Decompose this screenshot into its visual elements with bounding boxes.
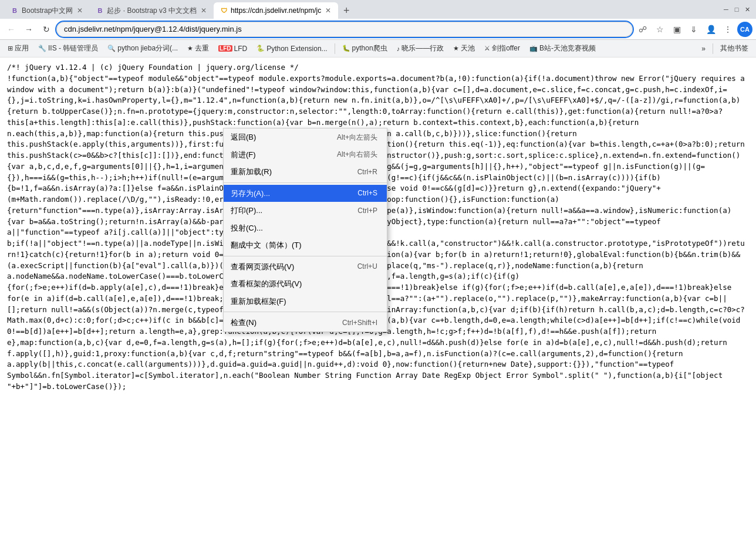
context-menu: 返回(B) Alt+向左箭头 前进(F) Alt+向右箭头 重新加载(R) Ct… — [223, 128, 387, 332]
title-bar: B Bootstrap中文网 ✕ B 起步 · Bootstrap v3 中文文… — [0, 0, 756, 19]
bookmark-music[interactable]: ♪ 晓乐——行政 — [393, 42, 448, 55]
bookmark-tianchi[interactable]: ★ 天池 — [449, 42, 479, 55]
avatar[interactable]: CA — [737, 22, 752, 37]
translate-icon[interactable]: ☍ — [635, 22, 650, 37]
tab-jquery-cdn[interactable]: 🛡 https://cdn.jsdelivr.net/npm/jc ✕ — [214, 2, 338, 19]
account-icon[interactable]: 👤 — [703, 22, 718, 37]
menu-item-view-source[interactable]: 查看网页源代码(V) Ctrl+U — [224, 258, 387, 276]
forward-button[interactable]: → — [21, 22, 36, 37]
bookmark-apps[interactable]: ⊞ 应用 — [4, 42, 33, 55]
lfd-icon: LFD — [218, 45, 232, 52]
window-controls: ─ □ ✕ — [722, 5, 751, 13]
menu-item-view-frame-source[interactable]: 查看框架的源代码(V) — [224, 275, 387, 293]
new-tab-button[interactable]: + — [338, 2, 355, 19]
menu-item-forward[interactable]: 前进(F) Alt+向右箭头 — [224, 146, 387, 164]
tab-list: B Bootstrap中文网 ✕ B 起步 · Bootstrap v3 中文文… — [5, 0, 722, 19]
menu-label-view-frame-source: 查看框架的源代码(V) — [231, 278, 366, 290]
bookmark-label-tianchi: 天池 — [461, 43, 475, 53]
menu-label-forward: 前进(F) — [231, 149, 325, 161]
more-bookmarks-button[interactable]: » — [697, 43, 710, 55]
bookmark-dedup[interactable]: ★ 去重 — [183, 42, 213, 55]
menu-dots-icon[interactable]: ⋮ — [720, 22, 735, 37]
tab-label-3: https://cdn.jsdelivr.net/npm/jc — [231, 6, 321, 15]
tab-label-1: Bootstrap中文网 — [22, 6, 73, 16]
menu-item-reload-frame[interactable]: 重新加载框架(F) — [224, 293, 387, 310]
menu-label-save-as: 另存为(A)... — [231, 188, 346, 200]
spider-icon: 🐛 — [342, 45, 350, 52]
iis-icon: 🔧 — [38, 45, 46, 52]
bookmark-bilibili[interactable]: 📺 B站-天池竞赛视频 — [525, 42, 600, 55]
menu-item-translate[interactable]: 翻成中文（简体）(T) — [224, 236, 387, 254]
bookmark-label-jieba: python jieba分词(... — [117, 43, 178, 53]
bookmark-iis[interactable]: 🔧 IIS - 韩链管理员 — [34, 42, 102, 55]
tab-close-2[interactable]: ✕ — [200, 6, 208, 15]
bookmark-label-apps: 应用 — [15, 43, 29, 53]
menu-separator-2 — [224, 256, 387, 256]
menu-label-print: 打印(P)... — [231, 205, 346, 217]
menu-item-print[interactable]: 打印(P)... Ctrl+P — [224, 202, 387, 219]
bookmark-label-python-ext: Python Extension... — [266, 45, 327, 53]
menu-shortcut-view-source: Ctrl+U — [357, 261, 377, 272]
jieba-icon: 🔍 — [107, 45, 116, 52]
reload-button[interactable]: ↻ — [39, 22, 54, 37]
tianchi-icon: ★ — [453, 45, 459, 52]
menu-separator-1 — [224, 182, 387, 183]
other-bookmarks[interactable]: 其他书签 — [716, 42, 752, 55]
apps-icon: ⊞ — [8, 45, 13, 52]
menu-shortcut-print: Ctrl+P — [357, 205, 377, 216]
tab-bootstrap-home[interactable]: B Bootstrap中文网 ✕ — [5, 2, 90, 19]
bookmark-label-offer: 剑指offer — [492, 43, 520, 53]
menu-shortcut-save-as: Ctrl+S — [357, 188, 377, 198]
bookmarks-bar: ⊞ 应用 🔧 IIS - 韩链管理员 🔍 python jieba分词(... … — [0, 40, 756, 58]
menu-item-back[interactable]: 返回(B) Alt+向左箭头 — [224, 129, 387, 146]
bookmark-label-bilibili: B站-天池竞赛视频 — [539, 43, 596, 53]
bookmark-python-ext[interactable]: 🐍 Python Extension... — [252, 43, 331, 55]
menu-item-inspect[interactable]: 检查(N) Ctrl+Shift+I — [224, 314, 387, 332]
tab-bootstrap-docs[interactable]: B 起步 · Bootstrap v3 中文文档 ✕ — [90, 2, 214, 19]
menu-label-cast: 投射(C)... — [231, 222, 366, 234]
bookmark-label-music: 晓乐——行政 — [401, 43, 444, 53]
bookmark-offer[interactable]: ⚔ 剑指offer — [480, 42, 524, 55]
bookmark-label-iis: IIS - 韩链管理员 — [48, 43, 98, 53]
extension-icon[interactable]: ▣ — [669, 22, 684, 37]
minimize-button[interactable]: ─ — [722, 5, 730, 13]
close-button[interactable]: ✕ — [743, 5, 751, 13]
menu-label-inspect: 检查(N) — [231, 317, 330, 329]
shield-favicon-3: 🛡 — [220, 6, 228, 15]
tab-close-3[interactable]: ✕ — [324, 6, 332, 15]
download-icon[interactable]: ⇓ — [686, 22, 701, 37]
menu-label-view-source: 查看网页源代码(V) — [231, 261, 346, 273]
url-input[interactable] — [56, 22, 633, 37]
bookmark-separator-1 — [335, 43, 335, 54]
offer-icon: ⚔ — [484, 45, 490, 52]
menu-item-save-as[interactable]: 另存为(A)... Ctrl+S — [224, 185, 387, 202]
bookmark-label-dedup: 去重 — [195, 43, 209, 53]
address-bar: ← → ↻ ☍ ☆ ▣ ⇓ 👤 ⋮ CA — [0, 19, 756, 40]
bookmark-spider[interactable]: 🐛 python爬虫 — [338, 42, 392, 55]
other-bookmarks-label: 其他书签 — [720, 43, 748, 53]
dedup-icon: ★ — [187, 45, 193, 52]
menu-item-reload[interactable]: 重新加载(R) Ctrl+R — [224, 163, 387, 181]
back-button[interactable]: ← — [4, 22, 19, 37]
menu-label-reload: 重新加载(R) — [231, 166, 346, 178]
menu-shortcut-inspect: Ctrl+Shift+I — [342, 317, 377, 328]
menu-separator-3 — [224, 312, 387, 312]
bookmark-star-icon[interactable]: ☆ — [652, 22, 667, 37]
more-bookmarks: » 其他书签 — [697, 42, 752, 55]
menu-shortcut-reload: Ctrl+R — [357, 167, 377, 177]
tab-close-1[interactable]: ✕ — [76, 6, 84, 15]
bookmark-separator-2 — [713, 43, 713, 54]
bootstrap-favicon-1: B — [11, 6, 19, 15]
python-ext-icon: 🐍 — [256, 45, 265, 52]
maximize-button[interactable]: □ — [733, 5, 741, 13]
menu-shortcut-back: Alt+向左箭头 — [337, 132, 377, 143]
content-area: /*! jQuery v1.12.4 | (c) jQuery Foundati… — [0, 58, 756, 541]
bookmark-jieba[interactable]: 🔍 python jieba分词(... — [103, 42, 182, 55]
menu-shortcut-forward: Alt+向右箭头 — [337, 149, 377, 160]
music-icon: ♪ — [397, 45, 400, 52]
bootstrap-favicon-2: B — [96, 6, 104, 15]
bookmark-lfd[interactable]: LFD LFD — [214, 43, 251, 55]
menu-item-cast[interactable]: 投射(C)... — [224, 219, 387, 237]
menu-label-back: 返回(B) — [231, 131, 325, 143]
bilibili-icon: 📺 — [529, 45, 538, 52]
